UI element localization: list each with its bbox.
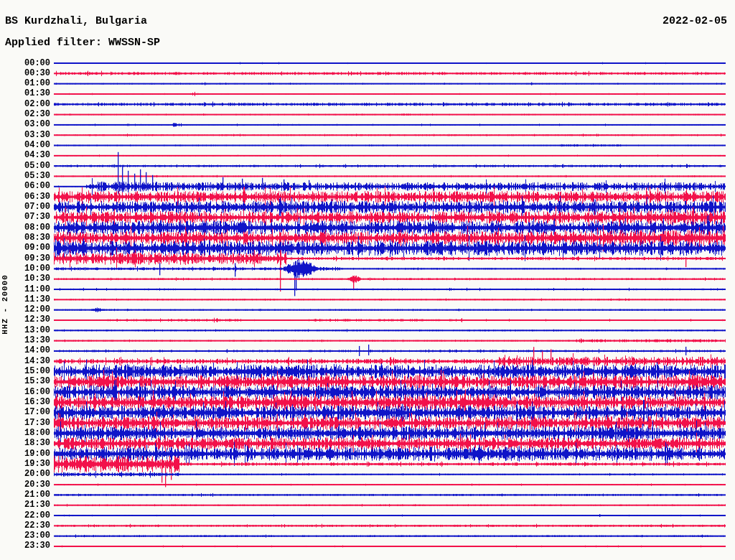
- helicorder-page: BS Kurdzhali, Bulgaria Applied filter: W…: [0, 0, 735, 560]
- time-label-1230: 12:30: [0, 315, 50, 325]
- time-label-1300: 13:00: [0, 326, 50, 335]
- applied-filter-label: Applied filter: WWSSN-SP: [5, 37, 160, 49]
- helicorder-canvas: [0, 0, 735, 560]
- time-label-0000: 00:00: [0, 59, 50, 68]
- time-label-1630: 16:30: [0, 398, 50, 407]
- time-label-0200: 02:00: [0, 100, 50, 109]
- time-label-0930: 09:30: [0, 254, 50, 263]
- time-label-0800: 08:00: [0, 223, 50, 233]
- time-label-0730: 07:30: [0, 213, 50, 222]
- time-label-2200: 22:00: [0, 511, 50, 521]
- date-label: 2022-02-05: [663, 15, 727, 27]
- time-label-1400: 14:00: [0, 346, 50, 355]
- time-label-0400: 04:00: [0, 141, 50, 150]
- time-label-1030: 10:30: [0, 274, 50, 284]
- time-label-0900: 09:00: [0, 243, 50, 253]
- time-label-2000: 20:00: [0, 470, 50, 479]
- time-label-0700: 07:00: [0, 202, 50, 212]
- time-label-2300: 23:00: [0, 531, 50, 541]
- time-label-1730: 17:30: [0, 419, 50, 428]
- time-label-1130: 11:30: [0, 295, 50, 304]
- time-label-1530: 15:30: [0, 377, 50, 386]
- time-label-1200: 12:00: [0, 305, 50, 314]
- time-label-1830: 18:30: [0, 439, 50, 448]
- time-label-0130: 01:30: [0, 89, 50, 98]
- time-label-2100: 21:00: [0, 490, 50, 500]
- time-label-1500: 15:00: [0, 367, 50, 376]
- time-label-1900: 19:00: [0, 449, 50, 459]
- time-label-0430: 04:30: [0, 151, 50, 160]
- time-label-2330: 23:30: [0, 541, 50, 551]
- time-label-1600: 16:00: [0, 388, 50, 397]
- time-label-1930: 19:30: [0, 459, 50, 469]
- time-label-1330: 13:30: [0, 336, 50, 345]
- station-title: BS Kurdzhali, Bulgaria: [5, 15, 147, 27]
- time-label-1000: 10:00: [0, 264, 50, 274]
- time-label-0030: 00:30: [0, 69, 50, 78]
- time-label-0500: 05:00: [0, 162, 50, 171]
- time-label-1430: 14:30: [0, 357, 50, 366]
- time-label-2130: 21:30: [0, 500, 50, 510]
- time-label-1700: 17:00: [0, 408, 50, 417]
- time-label-0530: 05:30: [0, 172, 50, 181]
- time-label-0230: 02:30: [0, 110, 50, 119]
- time-label-0330: 03:30: [0, 131, 50, 140]
- time-label-0630: 06:30: [0, 192, 50, 202]
- time-label-1100: 11:00: [0, 285, 50, 294]
- time-label-0830: 08:30: [0, 233, 50, 243]
- time-label-0300: 03:00: [0, 120, 50, 129]
- time-label-0100: 01:00: [0, 79, 50, 88]
- time-label-1800: 18:00: [0, 429, 50, 438]
- time-label-0600: 06:00: [0, 182, 50, 191]
- time-label-2230: 22:30: [0, 521, 50, 531]
- time-label-2030: 20:30: [0, 480, 50, 490]
